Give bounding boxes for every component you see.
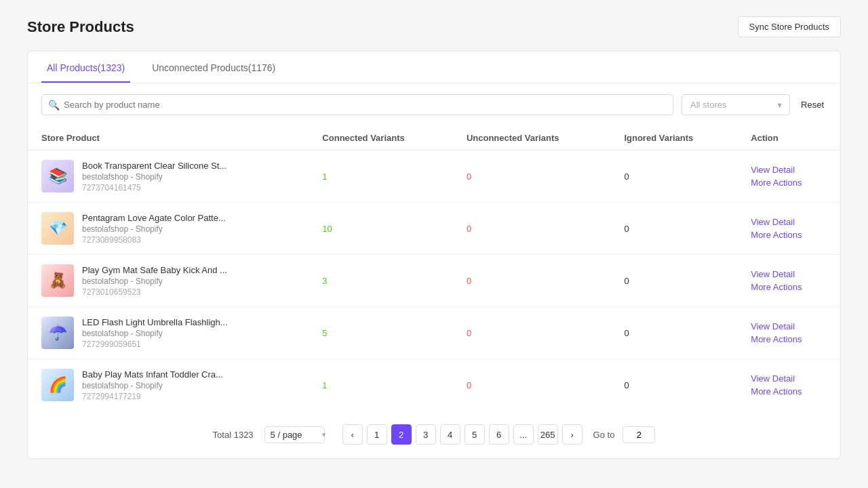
- product-id-2: 7273010659523: [82, 287, 227, 297]
- table-row: 💎 Pentagram Love Agate Color Patte... be…: [28, 203, 840, 255]
- product-name-1: Pentagram Love Agate Color Patte...: [82, 213, 226, 223]
- view-detail-button-1[interactable]: View Detail: [751, 217, 827, 227]
- more-actions-button-0[interactable]: More Actions: [751, 178, 827, 188]
- per-page-select[interactable]: 5 / page 10 / page 20 / page 50 / page: [264, 426, 325, 443]
- page-title: Store Products: [27, 18, 134, 36]
- product-id-0: 7273704161475: [82, 183, 226, 192]
- col-unconnected-variants: Unconnected Variants: [453, 126, 611, 150]
- ignored-variants-1: 0: [610, 203, 737, 255]
- page-button-6[interactable]: 6: [489, 424, 509, 445]
- connected-variants-2: 3: [309, 255, 453, 307]
- product-thumbnail-2: 🧸: [41, 264, 74, 297]
- view-detail-button-4[interactable]: View Detail: [751, 373, 827, 384]
- tab-unconnected-products[interactable]: Unconnected Products(1176): [146, 52, 281, 83]
- col-store-product: Store Product: [28, 126, 309, 150]
- tab-all-products[interactable]: All Products(1323): [41, 52, 130, 83]
- col-connected-variants: Connected Variants: [309, 126, 453, 150]
- product-id-4: 7272994177219: [82, 392, 223, 401]
- product-cell-2: 🧸 Play Gym Mat Safe Baby Kick And ... be…: [28, 255, 309, 307]
- product-cell-1: 💎 Pentagram Love Agate Color Patte... be…: [28, 203, 309, 255]
- action-cell-0: View Detail More Actions: [737, 150, 840, 203]
- view-detail-button-3[interactable]: View Detail: [751, 321, 827, 331]
- connected-variants-3: 5: [309, 307, 453, 359]
- ignored-variants-2: 0: [610, 255, 737, 307]
- search-wrapper: 🔍: [41, 94, 673, 115]
- unconnected-variants-0: 0: [453, 150, 611, 203]
- view-detail-button-2[interactable]: View Detail: [751, 269, 827, 279]
- more-actions-button-2[interactable]: More Actions: [751, 282, 827, 292]
- product-thumbnail-3: ☂️: [41, 317, 74, 349]
- main-card: All Products(1323) Unconnected Products(…: [27, 51, 841, 459]
- ignored-variants-3: 0: [610, 307, 737, 359]
- goto-input[interactable]: [623, 426, 655, 443]
- ignored-variants-4: 0: [610, 359, 737, 411]
- product-thumb-icon-4: 🌈: [49, 378, 67, 392]
- col-action: Action: [737, 126, 840, 150]
- table-row: 🧸 Play Gym Mat Safe Baby Kick And ... be…: [28, 255, 840, 307]
- product-thumb-icon-0: 📚: [49, 169, 67, 184]
- product-cell-4: 🌈 Baby Play Mats Infant Toddler Cra... b…: [28, 359, 309, 411]
- goto-label: Go to: [593, 430, 615, 440]
- page-button-4[interactable]: 4: [440, 424, 460, 445]
- ellipsis: ...: [513, 424, 534, 445]
- more-actions-button-1[interactable]: More Actions: [751, 230, 827, 240]
- unconnected-variants-2: 0: [453, 255, 611, 307]
- product-thumbnail-0: 📚: [41, 160, 74, 192]
- action-cell-3: View Detail More Actions: [737, 307, 840, 359]
- table-row: 📚 Book Transparent Clear Silicone St... …: [28, 150, 840, 203]
- store-filter-wrapper: All stores ▼: [682, 94, 790, 115]
- products-table: Store Product Connected Variants Unconne…: [28, 126, 840, 411]
- pagination-row: Total 1323 5 / page 10 / page 20 / page …: [28, 411, 840, 445]
- prev-page-button[interactable]: ‹: [342, 424, 363, 445]
- product-name-0: Book Transparent Clear Silicone St...: [82, 161, 226, 171]
- product-cell-0: 📚 Book Transparent Clear Silicone St... …: [28, 150, 309, 203]
- page-button-1[interactable]: 1: [367, 424, 387, 445]
- product-name-4: Baby Play Mats Infant Toddler Cra...: [82, 369, 223, 380]
- sync-products-button[interactable]: Sync Store Products: [738, 16, 842, 37]
- connected-variants-0: 1: [309, 150, 453, 203]
- connected-variants-1: 10: [309, 203, 453, 255]
- unconnected-variants-1: 0: [453, 203, 611, 255]
- product-thumb-icon-1: 💎: [49, 221, 67, 236]
- product-thumbnail-4: 🌈: [41, 369, 74, 401]
- more-actions-button-3[interactable]: More Actions: [751, 334, 827, 344]
- action-cell-1: View Detail More Actions: [737, 203, 840, 255]
- total-count: Total 1323: [213, 430, 254, 440]
- page-button-265[interactable]: 265: [538, 424, 558, 445]
- view-detail-button-0[interactable]: View Detail: [751, 165, 827, 175]
- product-name-3: LED Flash Light Umbrella Flashligh...: [82, 317, 228, 327]
- per-page-wrapper: 5 / page 10 / page 20 / page 50 / page ▼: [264, 426, 332, 443]
- product-store-0: bestolafshop - Shopify: [82, 172, 226, 182]
- unconnected-variants-3: 0: [453, 307, 611, 359]
- tabs-container: All Products(1323) Unconnected Products(…: [28, 52, 840, 83]
- search-input[interactable]: [41, 94, 673, 115]
- more-actions-button-4[interactable]: More Actions: [751, 386, 827, 396]
- page-header: Store Products Sync Store Products: [27, 16, 841, 37]
- table-row: 🌈 Baby Play Mats Infant Toddler Cra... b…: [28, 359, 840, 411]
- search-icon: 🔍: [48, 100, 60, 110]
- action-cell-2: View Detail More Actions: [737, 255, 840, 307]
- product-id-1: 7273089958083: [82, 235, 226, 245]
- next-page-button[interactable]: ›: [562, 424, 583, 445]
- ignored-variants-0: 0: [610, 150, 737, 203]
- product-store-2: bestolafshop - Shopify: [82, 277, 227, 286]
- page-button-5[interactable]: 5: [465, 424, 485, 445]
- connected-variants-4: 1: [309, 359, 453, 411]
- product-id-3: 7272999059651: [82, 340, 228, 349]
- reset-button[interactable]: Reset: [798, 95, 827, 115]
- page-button-2[interactable]: 2: [391, 424, 412, 445]
- product-store-3: bestolafshop - Shopify: [82, 329, 228, 338]
- action-cell-4: View Detail More Actions: [737, 359, 840, 411]
- product-cell-3: ☂️ LED Flash Light Umbrella Flashligh...…: [28, 307, 309, 359]
- product-thumb-icon-3: ☂️: [49, 325, 67, 340]
- product-store-4: bestolafshop - Shopify: [82, 381, 223, 390]
- page-button-3[interactable]: 3: [416, 424, 436, 445]
- product-name-2: Play Gym Mat Safe Baby Kick And ...: [82, 265, 227, 275]
- product-store-1: bestolafshop - Shopify: [82, 224, 226, 234]
- table-row: ☂️ LED Flash Light Umbrella Flashligh...…: [28, 307, 840, 359]
- store-select[interactable]: All stores: [682, 94, 790, 115]
- product-thumb-icon-2: 🧸: [49, 273, 67, 288]
- filter-row: 🔍 All stores ▼ Reset: [28, 83, 840, 126]
- col-ignored-variants: Ignored Variants: [610, 126, 737, 150]
- unconnected-variants-4: 0: [453, 359, 611, 411]
